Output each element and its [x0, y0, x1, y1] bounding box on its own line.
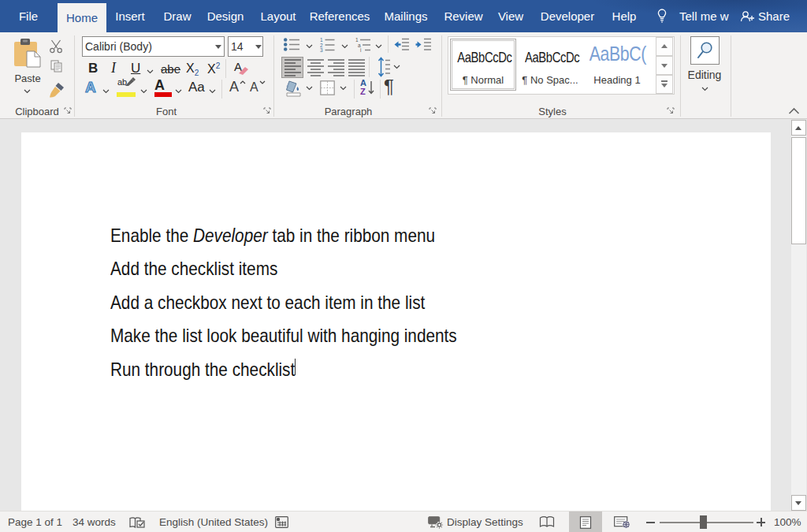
- svg-text:i: i: [360, 47, 361, 52]
- svg-text:3: 3: [320, 47, 323, 52]
